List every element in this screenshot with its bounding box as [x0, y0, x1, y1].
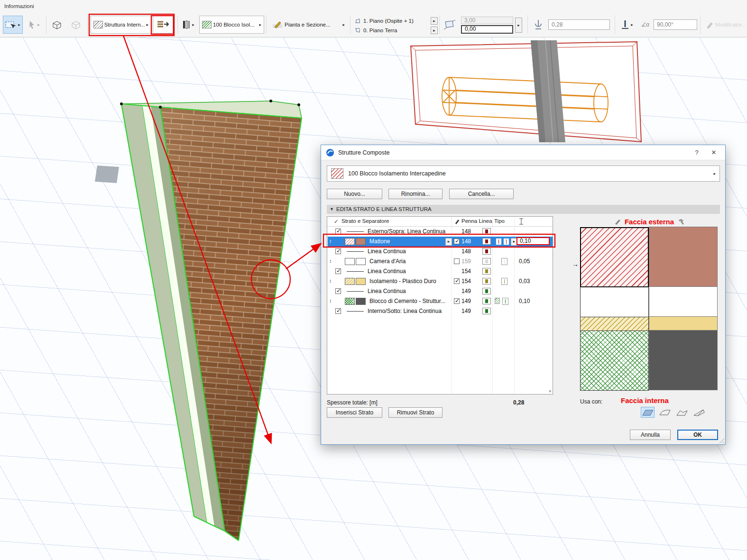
line-type-icon[interactable] — [501, 278, 507, 285]
surface-swatch[interactable] — [356, 298, 366, 305]
pen-color-swatch[interactable] — [482, 258, 491, 265]
p​en-color-swatch[interactable] — [482, 298, 491, 304]
line-type-icon[interactable] — [502, 298, 508, 305]
pickup-parameters-button[interactable] — [153, 16, 173, 34]
cut-fill-swatch[interactable] — [345, 278, 355, 285]
delete-button[interactable]: Cancella... — [449, 189, 514, 199]
drag-handle-icon[interactable]: ↕ — [329, 298, 332, 303]
story-top-arrow-button[interactable]: ▸ — [431, 17, 438, 25]
use-with-mesh-icon[interactable] — [692, 407, 706, 418]
elevation-top-field[interactable] — [461, 17, 513, 24]
geometry-method-button[interactable] — [441, 16, 458, 34]
separator-checkbox[interactable] — [335, 229, 341, 234]
drag-handle-icon[interactable]: ↕ — [329, 258, 332, 264]
table-row-separator[interactable]: Linea Continua 148 — [328, 247, 553, 257]
separator-checkbox[interactable] — [335, 268, 341, 274]
layer-preview-box[interactable]: → — [580, 227, 718, 392]
separator-checkbox[interactable] — [335, 308, 341, 314]
angle-tool-button[interactable]: ∠α — [638, 16, 652, 34]
marquee-select-tool-button[interactable]: ▸ — [3, 16, 23, 34]
preview-cell-camera-surface[interactable] — [649, 286, 718, 317]
surface-swatch[interactable] — [356, 238, 366, 245]
preview-cell-blocco-surface[interactable] — [649, 330, 718, 390]
preview-cell-mattone-fill[interactable] — [580, 227, 649, 287]
surface-swatch[interactable] — [356, 278, 366, 285]
new-button[interactable]: Nuovo... — [327, 189, 382, 199]
wall-section-icon — [182, 20, 191, 29]
drag-handle-icon[interactable]: ↕ — [329, 278, 332, 284]
offset-field[interactable] — [548, 19, 610, 30]
separator-checkbox[interactable] — [335, 248, 341, 254]
surface-swatch[interactable] — [356, 258, 366, 265]
elevation-arrow-button[interactable]: ▸ — [515, 18, 522, 33]
cut-fill-swatch[interactable] — [345, 258, 355, 265]
use-with-shell-icon[interactable] — [658, 407, 672, 418]
thickness-field[interactable]: 0,10 — [516, 237, 550, 245]
pen-color-swatch[interactable] — [482, 288, 491, 294]
story-top-row[interactable]: 1. Piano (Ospite + 1) ▸ — [354, 17, 438, 25]
pen-checkbox[interactable] — [454, 258, 460, 264]
line-type-icon[interactable] — [501, 258, 507, 265]
pen-color-swatch[interactable] — [482, 228, 491, 235]
preview-cell-mattone-surface[interactable] — [649, 227, 718, 287]
use-with-roof-icon[interactable] — [675, 407, 689, 418]
rename-button[interactable]: Rinomina... — [388, 189, 443, 199]
pen-checkbox[interactable] — [454, 278, 460, 284]
table-row-layer-selected[interactable]: ↕ Mattone ▸ 148 ▸ 0,10 — [328, 237, 553, 247]
table-row-separator[interactable]: Linea Continua 154 — [328, 266, 553, 276]
wall-reference-button[interactable]: ▸ — [180, 16, 196, 34]
selected-brick-wall[interactable] — [120, 100, 302, 541]
pen-color-swatch[interactable] — [482, 238, 491, 245]
layer-name: Isolamento - Plastico Duro — [369, 278, 436, 285]
table-row-separator[interactable]: Linea Continua 149 — [328, 286, 553, 296]
insert-layer-button[interactable]: Inserisci Strato — [327, 407, 382, 418]
pen-checkbox[interactable] — [454, 239, 460, 244]
story-bottom-row[interactable]: 0. Piano Terra ▸ — [354, 26, 438, 34]
plan-section-display-button[interactable]: Pianta e Sezione... ▸ — [269, 16, 348, 34]
use-with-wall-icon[interactable] — [641, 407, 655, 418]
scroll-down-icon[interactable]: ▾ — [549, 389, 551, 394]
composite-selector-button[interactable]: 100 Blocco Isol... ▸ — [199, 16, 264, 34]
slab-marker[interactable] — [95, 165, 119, 183]
dialog-titlebar[interactable]: Strutture Composte ? ✕ — [321, 145, 725, 160]
cut-fill-swatch[interactable] — [345, 298, 355, 305]
resize-grip[interactable] — [718, 437, 724, 443]
modifier-button[interactable]: Modificator... — [703, 16, 747, 34]
anchor-point-button[interactable] — [531, 16, 545, 34]
elevation-bottom-field[interactable] — [461, 25, 513, 34]
reference-line-side-button[interactable]: ▸ — [618, 16, 636, 34]
line-type-icon[interactable] — [503, 238, 509, 245]
preview-cell-camera-fill[interactable] — [580, 287, 649, 317]
close-icon[interactable]: ✕ — [707, 147, 720, 158]
table-row-layer[interactable]: ↕ Isolamento - Plastico Duro 154 0,03 — [328, 276, 553, 286]
drag-handle-icon[interactable]: ↕ — [329, 238, 332, 244]
preview-cell-isolamento-surface[interactable] — [649, 316, 718, 330]
table-row-layer[interactable]: ↕ Blocco di Cemento - Struttur... 149 0,… — [328, 296, 553, 306]
line-type-icon[interactable] — [496, 238, 502, 245]
preview-cell-blocco-fill[interactable] — [580, 330, 649, 391]
ok-button[interactable]: OK — [677, 430, 718, 440]
ghost-tool-button[interactable] — [67, 16, 84, 34]
arrow-tool-button[interactable]: ▸ — [25, 16, 44, 34]
cut-fill-swatch[interactable] — [345, 238, 355, 245]
table-row-separator[interactable]: Interno/Sotto: Linea Continua 149 — [328, 306, 553, 316]
structure-internal-button[interactable]: Struttura Intern... ▸ — [91, 16, 151, 34]
help-button[interactable]: ? — [690, 147, 703, 158]
separator-checkbox[interactable] — [335, 288, 341, 294]
remove-layer-button[interactable]: Rimuovi Strato — [388, 407, 443, 418]
layer-options-arrow[interactable]: ▸ — [445, 238, 452, 246]
preview-cell-isolamento-fill[interactable] — [580, 317, 649, 331]
pen-checkbox[interactable] — [454, 298, 460, 304]
table-row-separator[interactable]: Esterno/Sopra: Linea Continua 148 — [328, 227, 553, 237]
pen-color-swatch[interactable] — [482, 278, 491, 285]
pen-color-swatch[interactable] — [482, 268, 491, 275]
cancel-button[interactable]: Annulla — [630, 430, 671, 440]
story-bottom-arrow-button[interactable]: ▸ — [431, 27, 438, 34]
table-row-layer[interactable]: ↕ Camera d'Aria 159 0,05 — [328, 257, 553, 266]
section-header-edit-layer[interactable]: ▼ EDITA STRATO E LINEA STRUTTURA — [327, 205, 720, 214]
angle-field[interactable] — [654, 19, 697, 30]
pen-color-swatch[interactable] — [482, 308, 491, 314]
marquee-3d-tool-button[interactable] — [48, 16, 65, 34]
composite-name-dropdown[interactable]: 100 Blocco Isolamento Intercapedine ▸ — [327, 165, 720, 182]
pen-color-swatch[interactable] — [482, 248, 491, 255]
